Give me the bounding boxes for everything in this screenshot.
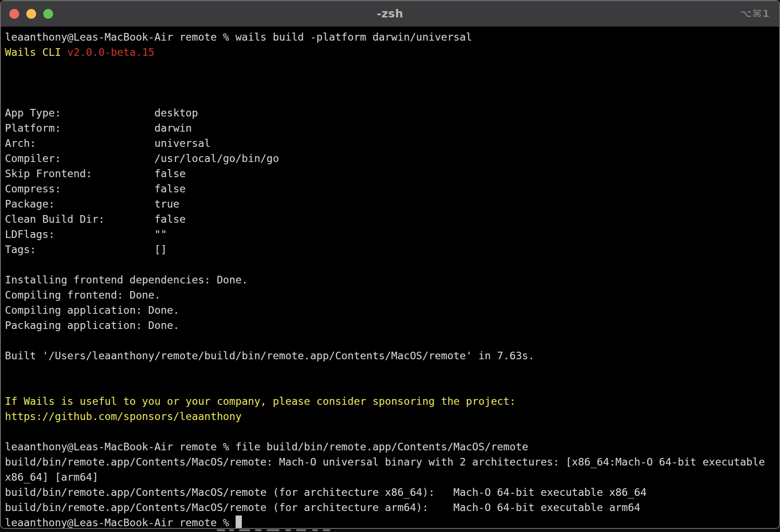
titlebar[interactable]: -zsh ⌥⌘1: [1, 1, 779, 27]
terminal-text-segment: Clean Build Dir: false: [5, 213, 186, 225]
terminal-line: build/bin/remote.app/Contents/MacOS/remo…: [5, 454, 776, 470]
terminal-text-segment: App Type: desktop: [5, 107, 198, 119]
terminal-line: x86_64] [arm64]: [5, 470, 776, 485]
terminal-output: leaanthony@Leas-MacBook-Air remote % wai…: [5, 29, 776, 529]
terminal-text-segment: Compress: false: [5, 183, 186, 195]
terminal-line: [5, 257, 776, 272]
terminal-text-segment: Compiling application: Done.: [5, 304, 179, 316]
terminal-line: Compiler: /usr/local/go/bin/go: [5, 151, 776, 166]
terminal-line: [5, 75, 776, 90]
terminal-line: [5, 333, 776, 348]
terminal-text-segment: Skip Frontend: false: [5, 167, 186, 179]
terminal-line: Packaging application: Done.: [5, 318, 776, 333]
tab-shortcut-hint: ⌥⌘1: [740, 1, 770, 26]
terminal-line: [5, 60, 776, 75]
close-button[interactable]: [9, 9, 19, 19]
terminal-cursor: [236, 515, 242, 528]
traffic-lights: [9, 1, 53, 26]
terminal-line: [5, 424, 776, 439]
terminal-text-segment: v2.0.0-beta.15: [67, 46, 154, 58]
terminal-text-segment: LDFlags: "": [5, 228, 167, 240]
terminal-line: [5, 363, 776, 378]
terminal-text-segment: x86_64] [arm64]: [5, 471, 98, 483]
terminal-line: build/bin/remote.app/Contents/MacOS/remo…: [5, 500, 776, 515]
terminal-line: build/bin/remote.app/Contents/MacOS/remo…: [5, 485, 776, 500]
terminal-text-segment: Platform: darwin: [5, 122, 192, 134]
terminal-line: LDFlags: "": [5, 227, 776, 242]
terminal-text-segment: Arch: universal: [5, 137, 211, 149]
terminal-line: Platform: darwin: [5, 121, 776, 136]
terminal-line: Installing frontend dependencies: Done.: [5, 272, 776, 287]
terminal-text-segment: Tags: []: [5, 243, 167, 255]
terminal-line: Compress: false: [5, 181, 776, 196]
terminal-text-segment: leaanthony@Leas-MacBook-Air remote % fil…: [5, 441, 528, 453]
terminal-text-segment: Built '/Users/leaanthony/remote/build/bi…: [5, 349, 535, 362]
terminal-window: -zsh ⌥⌘1 leaanthony@Leas-MacBook-Air rem…: [0, 0, 780, 529]
terminal-line: App Type: desktop: [5, 105, 776, 121]
terminal-text-segment: leaanthony@Leas-MacBook-Air remote %: [5, 516, 236, 528]
terminal-text-segment: build/bin/remote.app/Contents/MacOS/remo…: [5, 456, 765, 468]
terminal-text-segment: Packaging application: Done.: [5, 319, 179, 331]
terminal-line: leaanthony@Leas-MacBook-Air remote % fil…: [5, 439, 776, 454]
terminal-text-segment: Installing frontend dependencies: Done.: [5, 274, 248, 286]
terminal-text-segment: https://github.com/sponsors/leaanthony: [5, 410, 241, 422]
terminal-line: Skip Frontend: false: [5, 166, 776, 181]
terminal-line: Wails CLI v2.0.0-beta.15: [5, 45, 776, 60]
terminal-line: [5, 90, 776, 105]
terminal-text-segment: build/bin/remote.app/Contents/MacOS/remo…: [5, 501, 640, 513]
terminal-text-segment: Package: true: [5, 198, 179, 210]
terminal-line: Package: true: [5, 196, 776, 212]
terminal-line: Clean Build Dir: false: [5, 212, 776, 227]
terminal-line: Arch: universal: [5, 136, 776, 151]
window-title: -zsh: [1, 7, 779, 20]
terminal-line: [5, 378, 776, 394]
terminal-text-segment: Compiler: /usr/local/go/bin/go: [5, 152, 279, 164]
terminal-line: Compiling application: Done.: [5, 303, 776, 318]
terminal-line: leaanthony@Leas-MacBook-Air remote % wai…: [5, 29, 776, 45]
terminal-text-segment: Wails CLI: [5, 46, 67, 58]
terminal-line: If Wails is useful to you or your compan…: [5, 394, 776, 409]
terminal-text-segment: If Wails is useful to you or your compan…: [5, 395, 516, 407]
terminal-text-segment: build/bin/remote.app/Contents/MacOS/remo…: [5, 486, 647, 498]
terminal-screen[interactable]: leaanthony@Leas-MacBook-Air remote % wai…: [1, 27, 779, 528]
terminal-line: Tags: []: [5, 242, 776, 257]
terminal-text-segment: Compiling frontend: Done.: [5, 289, 161, 301]
terminal-line: https://github.com/sponsors/leaanthony: [5, 409, 776, 424]
terminal-line: Built '/Users/leaanthony/remote/build/bi…: [5, 348, 776, 363]
minimize-button[interactable]: [26, 9, 36, 19]
terminal-line: leaanthony@Leas-MacBook-Air remote %: [5, 515, 776, 529]
background-window-sliver: [0, 529, 780, 532]
terminal-line: Compiling frontend: Done.: [5, 287, 776, 303]
terminal-text-segment: leaanthony@Leas-MacBook-Air remote % wai…: [5, 31, 472, 43]
zoom-button[interactable]: [43, 9, 53, 19]
